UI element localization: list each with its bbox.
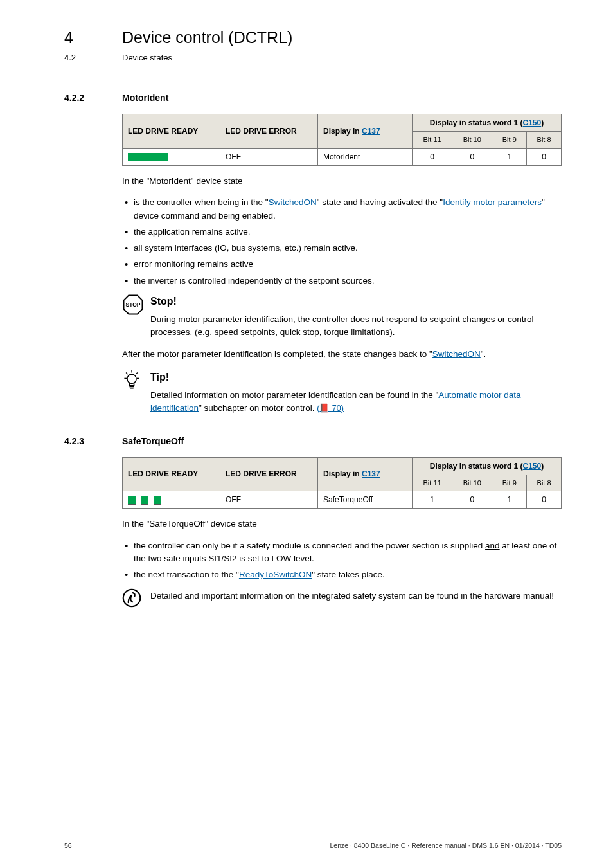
th-bit10: Bit 10	[452, 132, 492, 149]
section-number: 4.2	[64, 51, 122, 64]
list-item: all system interfaces (IO, bus systems, …	[134, 242, 562, 255]
th-bit8: Bit 8	[527, 475, 562, 491]
th-bit11: Bit 11	[413, 475, 452, 491]
section-title: Device states	[122, 51, 172, 64]
list-item: the controller can only be if a safety m…	[134, 539, 562, 566]
td-bit9: 1	[492, 491, 527, 509]
td-led-ready	[123, 491, 220, 509]
info-callout: Detailed and important information on th…	[122, 588, 562, 611]
td-bit10: 0	[452, 148, 492, 165]
th-statusword-text: Display in status word 1 (	[430, 462, 523, 471]
td-bit9: 1	[492, 148, 527, 165]
stop-icon: STOP	[122, 294, 150, 320]
status-table-422: LED DRIVE READY LED DRIVE ERROR Display …	[122, 114, 562, 166]
page-number: 56	[64, 841, 72, 851]
td-bit8: 0	[527, 491, 562, 509]
subsection-title: MotorIdent	[122, 91, 168, 105]
link-c150[interactable]: C150	[523, 462, 542, 471]
list-item: error monitoring remains active	[134, 258, 562, 271]
bullets-423: the controller can only be if a safety m…	[122, 539, 562, 582]
after-text: After the motor parameter identification…	[122, 348, 562, 361]
bullets-422: is the controller when being in the "Swi…	[122, 196, 562, 287]
th-statusword: Display in status word 1 (C150)	[413, 457, 562, 475]
td-led-error: OFF	[220, 491, 318, 509]
list-item: the next transaction to the "ReadyToSwit…	[134, 568, 562, 581]
th-statusword-close: )	[541, 118, 544, 127]
td-display: MotorIdent	[318, 148, 413, 165]
text: After the motor parameter identification…	[122, 349, 432, 359]
th-bit11: Bit 11	[413, 132, 452, 149]
tip-callout: Tip! Detailed information on motor param…	[122, 370, 562, 415]
link-c150[interactable]: C150	[523, 118, 542, 127]
th-led-error: LED DRIVE ERROR	[220, 457, 318, 491]
tip-title: Tip!	[150, 370, 562, 385]
th-display-text: Display in	[323, 469, 362, 478]
link-switchedon[interactable]: SwitchedON	[269, 197, 317, 207]
td-bit11: 0	[413, 148, 452, 165]
th-bit9: Bit 9	[492, 475, 527, 491]
th-led-ready: LED DRIVE READY	[123, 457, 220, 491]
subsection-number: 4.2.2	[64, 91, 122, 105]
separator	[64, 73, 562, 73]
list-item: the application remains active.	[134, 226, 562, 239]
text: " state and having activated the "	[317, 197, 443, 207]
stop-callout: STOP Stop! During motor parameter identi…	[122, 294, 562, 339]
intro-423: In the "SafeTorqueOff" device state	[122, 518, 562, 530]
text: Detailed information on motor parameter …	[150, 390, 438, 400]
svg-point-7	[127, 374, 136, 383]
text: " subchapter on motor control.	[199, 403, 317, 413]
text: the controller can only be if a safety m…	[134, 541, 485, 550]
text: " state takes place.	[312, 570, 385, 579]
td-display: SafeTorqueOff	[318, 491, 413, 509]
tip-icon	[122, 370, 150, 394]
info-body: Detailed and important information on th…	[150, 590, 562, 602]
td-bit11: 1	[413, 491, 452, 509]
status-table-423: LED DRIVE READY LED DRIVE ERROR Display …	[122, 457, 562, 509]
td-bit8: 0	[527, 148, 562, 165]
led-blink-icon	[128, 496, 168, 505]
th-led-error: LED DRIVE ERROR	[220, 114, 318, 149]
th-display-text: Display in	[323, 127, 362, 136]
td-led-ready	[123, 148, 220, 165]
text: is the controller when being in the "	[134, 197, 269, 207]
th-statusword: Display in status word 1 (C150)	[413, 114, 562, 132]
page-ref[interactable]: (📕 70)	[317, 404, 344, 413]
info-icon	[122, 588, 150, 611]
th-display: Display in C137	[318, 457, 413, 491]
svg-line-4	[136, 372, 138, 374]
led-solid-icon	[128, 153, 168, 161]
link-switchedon-2[interactable]: SwitchedON	[432, 349, 481, 359]
svg-line-3	[126, 372, 128, 374]
link-c137[interactable]: C137	[362, 127, 380, 136]
td-bit10: 0	[452, 491, 492, 509]
svg-text:STOP: STOP	[126, 302, 141, 308]
link-c137[interactable]: C137	[362, 469, 380, 478]
th-bit8: Bit 8	[527, 132, 562, 149]
link-identify-motor[interactable]: Identify motor parameters	[443, 197, 542, 207]
text: ".	[481, 349, 486, 359]
text: the next transaction to the "	[134, 570, 239, 579]
chapter-number: 4	[64, 26, 122, 50]
chapter-title: Device control (DCTRL)	[122, 26, 292, 50]
th-display: Display in C137	[318, 114, 413, 149]
stop-title: Stop!	[150, 294, 562, 309]
th-statusword-text: Display in status word 1 (	[430, 118, 523, 127]
subsection-title: SafeTorqueOff	[122, 435, 184, 448]
tip-body: Detailed information on motor parameter …	[150, 389, 562, 415]
th-bit10: Bit 10	[452, 475, 492, 491]
subsection-number: 4.2.3	[64, 435, 122, 448]
text-underline: and	[485, 541, 500, 550]
footer-meta: Lenze · 8400 BaseLine C · Reference manu…	[330, 841, 562, 851]
intro-422: In the "MotorIdent" device state	[122, 175, 562, 188]
list-item: is the controller when being in the "Swi…	[134, 196, 562, 222]
link-readytoswitchon[interactable]: ReadyToSwitchON	[239, 570, 312, 579]
th-led-ready: LED DRIVE READY	[123, 114, 220, 149]
th-statusword-close: )	[541, 462, 544, 471]
svg-point-10	[123, 589, 140, 606]
td-led-error: OFF	[220, 148, 318, 165]
list-item: the inverter is controlled independently…	[134, 275, 562, 287]
th-bit9: Bit 9	[492, 132, 527, 149]
stop-body: During motor parameter identification, t…	[150, 313, 562, 339]
